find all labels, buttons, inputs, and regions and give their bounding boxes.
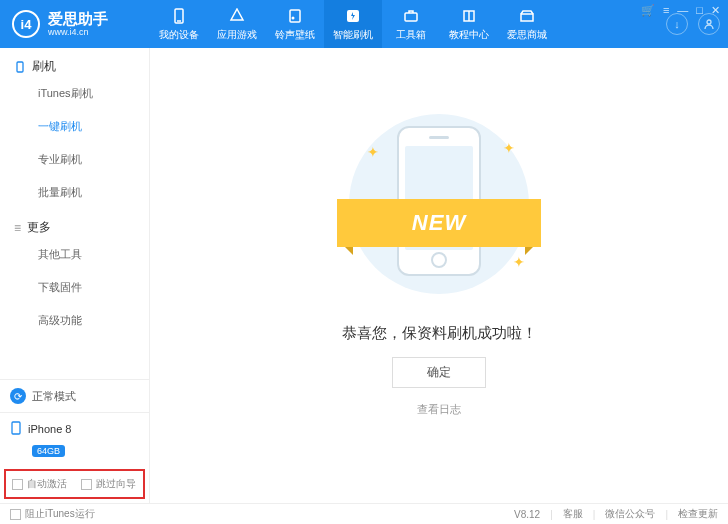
storage-badge: 64GB: [32, 445, 65, 457]
device-mode-label: 正常模式: [32, 389, 76, 404]
book-icon: [460, 7, 478, 25]
checkbox-icon: [81, 479, 92, 490]
cart-icon[interactable]: 🛒: [641, 4, 655, 17]
nav-tutorials[interactable]: 教程中心: [440, 0, 498, 48]
flash-icon: [344, 7, 362, 25]
phone-icon: [14, 61, 26, 73]
sidebar-item-oneclick-flash[interactable]: 一键刷机: [0, 110, 149, 143]
top-nav: 我的设备 应用游戏 铃声壁纸 智能刷机 工具箱 教程中心 爱思商城: [150, 0, 666, 48]
nav-my-device[interactable]: 我的设备: [150, 0, 208, 48]
ok-button[interactable]: 确定: [392, 357, 486, 388]
nav-store[interactable]: 爱思商城: [498, 0, 556, 48]
success-illustration: ✦✦✦✦ NEW: [339, 104, 539, 304]
nav-apps[interactable]: 应用游戏: [208, 0, 266, 48]
maximize-icon[interactable]: □: [696, 4, 703, 17]
device-mode[interactable]: ⟳ 正常模式: [0, 379, 149, 412]
nav-label: 铃声壁纸: [275, 28, 315, 42]
nav-label: 应用游戏: [217, 28, 257, 42]
nav-label: 智能刷机: [333, 28, 373, 42]
svg-rect-2: [290, 10, 300, 22]
checkbox-icon: [12, 479, 23, 490]
checkbox-icon: [10, 509, 21, 520]
minimize-icon[interactable]: —: [677, 4, 688, 17]
nav-label: 爱思商城: [507, 28, 547, 42]
svg-rect-9: [17, 62, 23, 72]
device-info[interactable]: iPhone 8 64GB: [0, 412, 149, 465]
status-bar: 阻止iTunes运行 V8.12 | 客服 | 微信公众号 | 检查更新: [0, 503, 728, 524]
sidebar-item-download-firmware[interactable]: 下载固件: [0, 271, 149, 304]
sidebar-item-itunes-flash[interactable]: iTunes刷机: [0, 77, 149, 110]
phone-icon: [10, 421, 22, 437]
phone-icon: [170, 7, 188, 25]
refresh-icon: ⟳: [10, 388, 26, 404]
sidebar: 刷机 iTunes刷机 一键刷机 专业刷机 批量刷机 ≡ 更多 其他工具 下载固…: [0, 48, 150, 503]
nav-toolbox[interactable]: 工具箱: [382, 0, 440, 48]
hamburger-icon: ≡: [14, 221, 21, 235]
sidebar-group-label: 刷机: [32, 58, 56, 75]
support-link[interactable]: 客服: [563, 507, 583, 521]
sidebar-group-flash: 刷机: [0, 48, 149, 77]
checkbox-label: 自动激活: [27, 477, 67, 491]
close-icon[interactable]: ✕: [711, 4, 720, 17]
music-icon: [286, 7, 304, 25]
auto-activate-checkbox[interactable]: 自动激活: [12, 477, 67, 491]
svg-rect-5: [405, 13, 417, 21]
view-log-link[interactable]: 查看日志: [417, 402, 461, 417]
sidebar-item-pro-flash[interactable]: 专业刷机: [0, 143, 149, 176]
version-label: V8.12: [514, 509, 540, 520]
nav-ringtones[interactable]: 铃声壁纸: [266, 0, 324, 48]
svg-rect-10: [12, 422, 20, 434]
nav-label: 工具箱: [396, 28, 426, 42]
wechat-link[interactable]: 微信公众号: [605, 507, 655, 521]
device-name: iPhone 8: [28, 423, 71, 435]
toolbox-icon: [402, 7, 420, 25]
settings-icon[interactable]: ≡: [663, 4, 669, 17]
skip-guide-checkbox[interactable]: 跳过向导: [81, 477, 136, 491]
brand: i4 爱思助手 www.i4.cn: [0, 0, 150, 48]
nav-flash[interactable]: 智能刷机: [324, 0, 382, 48]
sidebar-item-batch-flash[interactable]: 批量刷机: [0, 176, 149, 209]
main-content: ✦✦✦✦ NEW 恭喜您，保资料刷机成功啦！ 确定 查看日志: [150, 48, 728, 503]
nav-label: 我的设备: [159, 28, 199, 42]
brand-name: 爱思助手: [48, 11, 108, 26]
store-icon: [518, 7, 536, 25]
brand-sub: www.i4.cn: [48, 28, 108, 37]
app-icon: [228, 7, 246, 25]
new-ribbon: NEW: [337, 199, 541, 247]
sidebar-item-advanced[interactable]: 高级功能: [0, 304, 149, 337]
nav-label: 教程中心: [449, 28, 489, 42]
checkbox-label: 跳过向导: [96, 477, 136, 491]
checkbox-label: 阻止iTunes运行: [25, 507, 95, 521]
sidebar-group-label: 更多: [27, 219, 51, 236]
sidebar-group-more: ≡ 更多: [0, 209, 149, 238]
svg-point-8: [707, 20, 711, 24]
block-itunes-checkbox[interactable]: 阻止iTunes运行: [10, 507, 95, 521]
options-highlight: 自动激活 跳过向导: [4, 469, 145, 499]
svg-point-3: [292, 16, 295, 19]
brand-logo-icon: i4: [12, 10, 40, 38]
sidebar-item-other-tools[interactable]: 其他工具: [0, 238, 149, 271]
check-update-link[interactable]: 检查更新: [678, 507, 718, 521]
success-message: 恭喜您，保资料刷机成功啦！: [342, 324, 537, 343]
